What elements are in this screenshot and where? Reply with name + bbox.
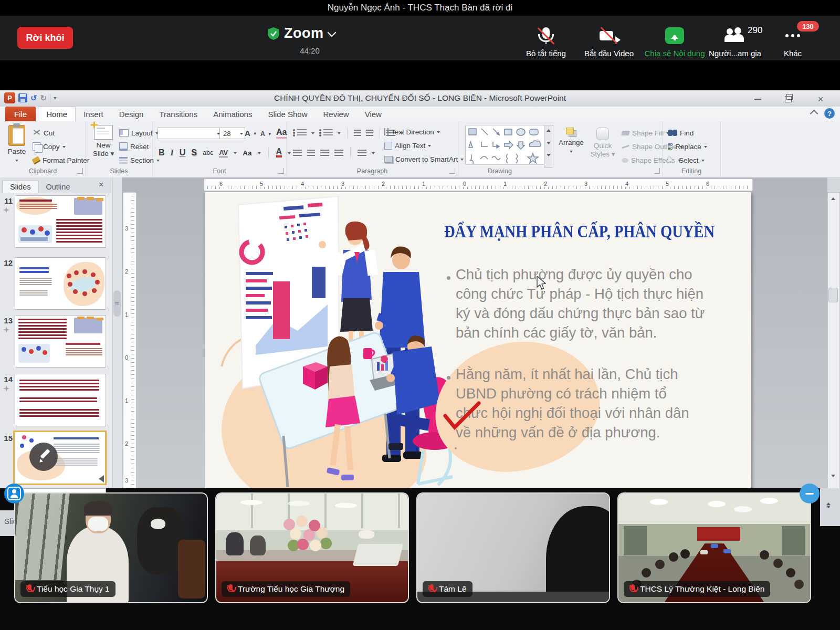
- shrink-font-button[interactable]: A▼: [260, 128, 272, 140]
- justify-icon[interactable]: [334, 150, 343, 156]
- numbering-icon[interactable]: [323, 129, 333, 136]
- tab-animations[interactable]: Animations: [205, 107, 260, 121]
- cut-button[interactable]: Cut: [33, 127, 55, 139]
- clear-formatting-button[interactable]: Aa: [276, 127, 287, 139]
- tab-transitions[interactable]: Transitions: [151, 107, 205, 121]
- bullets-icon[interactable]: [297, 129, 307, 136]
- tab-review[interactable]: Review: [315, 107, 356, 121]
- slide-scrollbar[interactable]: [827, 192, 840, 489]
- slide-thumbnail-12[interactable]: [15, 257, 106, 310]
- panel-close-icon[interactable]: ×: [99, 180, 103, 190]
- gallery-up-icon[interactable]: [547, 127, 551, 132]
- leave-meeting-button[interactable]: Rời khỏi: [17, 27, 73, 49]
- arrange-button[interactable]: Arrange: [556, 128, 586, 154]
- convert-smartart-button[interactable]: Convert to SmartArt: [384, 153, 464, 165]
- more-button[interactable]: 130 Khác: [761, 20, 824, 58]
- paste-button[interactable]: Paste: [3, 125, 30, 163]
- panel-tab-outline[interactable]: Outline: [39, 181, 78, 193]
- panel-scrollbar[interactable]: [112, 177, 122, 536]
- scroll-up-icon[interactable]: [830, 195, 836, 201]
- unmute-button[interactable]: Bỏ tắt tiếng: [514, 20, 578, 58]
- find-button[interactable]: Find: [668, 127, 694, 139]
- restore-button[interactable]: [780, 94, 796, 104]
- previous-slide-icon[interactable]: [826, 494, 831, 503]
- qat-dropdown-icon[interactable]: ▾: [54, 95, 56, 101]
- text-direction-button[interactable]: Text Direction: [384, 125, 440, 138]
- quick-styles-button[interactable]: Quick Styles ▾: [588, 128, 617, 159]
- participants-button[interactable]: 290 Người...am gia: [704, 20, 766, 58]
- paragraph-dialog-launcher-icon[interactable]: [449, 168, 455, 174]
- panel-scrollbar-thumb[interactable]: [113, 290, 121, 317]
- change-case-button[interactable]: Aa: [243, 149, 251, 157]
- bold-button[interactable]: B: [159, 148, 165, 158]
- zoom-brand[interactable]: Zoom: [268, 25, 335, 41]
- grow-font-button[interactable]: A▲: [245, 127, 257, 139]
- slide-thumbnail-13[interactable]: [15, 315, 106, 368]
- gallery-down-icon[interactable]: [547, 142, 551, 146]
- increase-indent-icon[interactable]: [366, 130, 373, 136]
- save-icon[interactable]: [18, 93, 27, 102]
- clipboard-dialog-launcher-icon[interactable]: [77, 168, 83, 174]
- shapes-gallery-scroll[interactable]: [544, 125, 553, 168]
- align-text-button[interactable]: Align Text: [384, 139, 431, 152]
- tab-insert[interactable]: Insert: [76, 107, 111, 121]
- new-slide-button[interactable]: New Slide ▾: [90, 125, 117, 158]
- align-center-icon[interactable]: [307, 150, 315, 156]
- hide-videos-button[interactable]: [800, 484, 820, 503]
- shapes-gallery[interactable]: [465, 125, 545, 165]
- ruler-number: 3: [340, 181, 346, 187]
- video-tile-2[interactable]: Trường Tiểu học Gia Thượng: [215, 492, 409, 603]
- underline-button[interactable]: U: [180, 148, 186, 158]
- slide-thumbnail-15[interactable]: [13, 430, 107, 485]
- video-tile-3[interactable]: Tám Lê: [416, 492, 610, 603]
- minimize-button[interactable]: [750, 94, 765, 104]
- tab-home[interactable]: Home: [38, 107, 76, 121]
- replace-button[interactable]: ab ac Replace: [668, 140, 707, 153]
- screen: Nguyễn Ngọc Ánh - THCS Thạch Bàn đã rời …: [0, 0, 840, 630]
- video-tile-1[interactable]: Tiểu học Gia Thụy 1: [14, 492, 208, 603]
- tab-slide-show[interactable]: Slide Show: [260, 107, 315, 121]
- help-icon[interactable]: ?: [824, 108, 835, 119]
- slide-canvas[interactable]: ĐẨY MẠNH PHÂN CẤP, PHÂN QUYỀN Chủ tịch p…: [205, 192, 751, 492]
- tab-view[interactable]: View: [357, 107, 390, 121]
- tab-file[interactable]: File: [5, 107, 36, 121]
- format-painter-button[interactable]: Format Painter: [33, 154, 89, 166]
- font-group-label: Font: [152, 167, 287, 175]
- slide-thumbnail-14[interactable]: [15, 374, 106, 426]
- scroll-down-icon[interactable]: [830, 474, 836, 480]
- font-name-combo[interactable]: [158, 128, 222, 139]
- slide-scrollbar-thumb[interactable]: [828, 288, 838, 302]
- text-shadow-button[interactable]: S: [191, 148, 197, 158]
- tab-design[interactable]: Design: [111, 107, 152, 121]
- undo-icon[interactable]: ↺: [30, 93, 37, 103]
- align-right-icon[interactable]: [320, 150, 329, 156]
- profile-float-button[interactable]: [4, 484, 24, 503]
- font-size-combo[interactable]: 28: [219, 128, 245, 139]
- italic-button[interactable]: I: [171, 148, 174, 158]
- next-slide-icon[interactable]: [826, 508, 831, 518]
- decrease-indent-icon[interactable]: [354, 130, 361, 136]
- panel-tab-slides[interactable]: Slides: [2, 180, 39, 193]
- align-left-icon[interactable]: [293, 150, 302, 156]
- columns-icon[interactable]: [358, 150, 366, 156]
- shape-outline-icon: [622, 144, 629, 148]
- select-button[interactable]: Select: [668, 154, 705, 166]
- close-button[interactable]: ×: [813, 94, 828, 104]
- drawing-dialog-launcher-icon[interactable]: [654, 168, 660, 174]
- strikethrough-button[interactable]: abc: [203, 149, 213, 156]
- redo-icon[interactable]: ↻: [40, 93, 47, 103]
- reset-button[interactable]: Reset: [119, 140, 149, 153]
- share-content-button[interactable]: Chia sẻ Nội dung: [643, 20, 706, 58]
- paragraph-group: Text Direction Align Text Convert to Sma…: [287, 121, 458, 177]
- font-dialog-launcher-icon[interactable]: [278, 168, 284, 174]
- panel-tabs: Slides Outline: [0, 177, 114, 193]
- gallery-more-icon[interactable]: [547, 156, 551, 166]
- video-tile-4[interactable]: THCS Lý Thường Kiệt - Long Biên: [617, 492, 811, 603]
- slide-thumbnail-11[interactable]: [15, 195, 106, 248]
- character-spacing-button[interactable]: AV: [219, 149, 228, 158]
- ruler-number: 2: [542, 181, 549, 187]
- copy-button[interactable]: Copy: [33, 140, 66, 153]
- start-video-button[interactable]: Bắt đầu Video: [578, 20, 640, 58]
- font-color-button[interactable]: A: [276, 148, 282, 158]
- editing-group: Find ab ac Replace Select Editing: [663, 121, 721, 177]
